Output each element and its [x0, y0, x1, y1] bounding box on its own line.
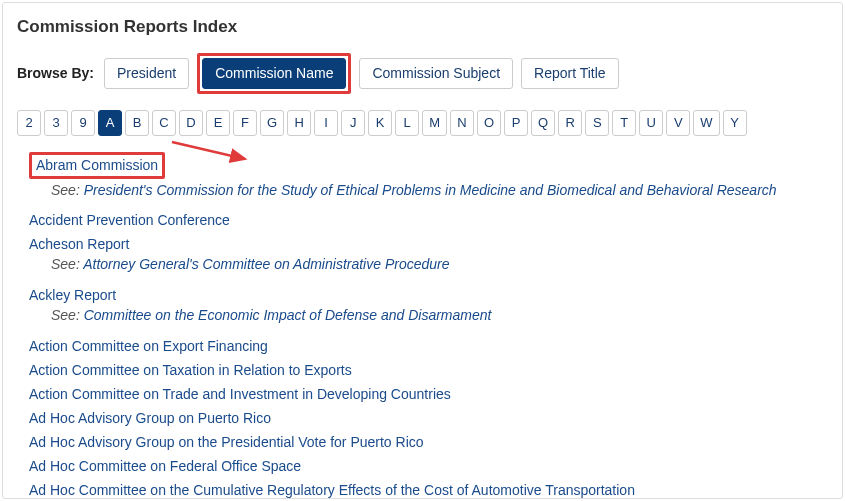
- alpha-btn-c[interactable]: C: [152, 110, 176, 136]
- entry-link[interactable]: Ad Hoc Committee on the Cumulative Regul…: [29, 482, 635, 498]
- alpha-btn-j[interactable]: J: [341, 110, 365, 136]
- entry-link[interactable]: Accident Prevention Conference: [29, 212, 230, 228]
- reports-index-panel: Commission Reports Index Browse By: Pres…: [2, 2, 843, 499]
- alpha-btn-g[interactable]: G: [260, 110, 284, 136]
- entry: Action Committee on Export Financing: [29, 336, 828, 357]
- alpha-btn-m[interactable]: M: [422, 110, 447, 136]
- alpha-btn-e[interactable]: E: [206, 110, 230, 136]
- annotation-highlight-tab: Commission Name: [197, 53, 351, 94]
- alpha-btn-b[interactable]: B: [125, 110, 149, 136]
- alpha-btn-h[interactable]: H: [287, 110, 311, 136]
- browse-tabs: PresidentCommission NameCommission Subje…: [104, 53, 619, 94]
- alpha-btn-u[interactable]: U: [639, 110, 663, 136]
- alpha-btn-2[interactable]: 2: [17, 110, 41, 136]
- entry-link[interactable]: Action Committee on Export Financing: [29, 338, 268, 354]
- entry-link[interactable]: Ad Hoc Committee on Federal Office Space: [29, 458, 301, 474]
- entry: Action Committee on Taxation in Relation…: [29, 360, 828, 381]
- entry: Ad Hoc Committee on the Cumulative Regul…: [29, 480, 828, 501]
- browse-tab-commission-subject[interactable]: Commission Subject: [359, 58, 513, 89]
- alpha-btn-q[interactable]: Q: [531, 110, 555, 136]
- alpha-btn-p[interactable]: P: [504, 110, 528, 136]
- see-target[interactable]: Attorney General's Committee on Administ…: [83, 256, 449, 272]
- see-label: See:: [51, 182, 84, 198]
- alpha-btn-y[interactable]: Y: [723, 110, 747, 136]
- alpha-btn-9[interactable]: 9: [71, 110, 95, 136]
- alpha-index-row: 239ABCDEFGHIJKLMNOPQRSTUVWY: [17, 110, 828, 136]
- entry: Action Committee on Trade and Investment…: [29, 384, 828, 405]
- alpha-btn-a[interactable]: A: [98, 110, 122, 136]
- alpha-btn-3[interactable]: 3: [44, 110, 68, 136]
- see-reference: See: Committee on the Economic Impact of…: [29, 306, 828, 326]
- entry: Ad Hoc Advisory Group on the Presidentia…: [29, 432, 828, 453]
- page-title: Commission Reports Index: [17, 17, 828, 37]
- entry: Ad Hoc Committee on Federal Office Space: [29, 456, 828, 477]
- see-target[interactable]: Committee on the Economic Impact of Defe…: [84, 307, 492, 323]
- see-reference: See: President's Commission for the Stud…: [29, 181, 828, 201]
- see-target[interactable]: President's Commission for the Study of …: [84, 182, 777, 198]
- entry-link[interactable]: Ad Hoc Advisory Group on Puerto Rico: [29, 410, 271, 426]
- entry: Acheson ReportSee: Attorney General's Co…: [29, 234, 828, 275]
- entry-link[interactable]: Action Committee on Trade and Investment…: [29, 386, 451, 402]
- browse-by-row: Browse By: PresidentCommission NameCommi…: [17, 53, 828, 94]
- browse-tab-report-title[interactable]: Report Title: [521, 58, 619, 89]
- alpha-btn-d[interactable]: D: [179, 110, 203, 136]
- annotation-highlight-entry: Abram Commission: [29, 152, 165, 179]
- see-label: See:: [51, 256, 83, 272]
- see-label: See:: [51, 307, 84, 323]
- entry-link[interactable]: Action Committee on Taxation in Relation…: [29, 362, 352, 378]
- browse-tab-commission-name[interactable]: Commission Name: [202, 58, 346, 89]
- entry-link[interactable]: Abram Commission: [36, 157, 158, 173]
- alpha-btn-l[interactable]: L: [395, 110, 419, 136]
- alpha-btn-i[interactable]: I: [314, 110, 338, 136]
- entry: Abram CommissionSee: President's Commiss…: [29, 152, 828, 201]
- entry-link[interactable]: Acheson Report: [29, 236, 129, 252]
- alpha-btn-v[interactable]: V: [666, 110, 690, 136]
- alpha-btn-k[interactable]: K: [368, 110, 392, 136]
- alpha-btn-r[interactable]: R: [558, 110, 582, 136]
- entry: Accident Prevention Conference: [29, 210, 828, 231]
- alpha-btn-n[interactable]: N: [450, 110, 474, 136]
- alpha-btn-f[interactable]: F: [233, 110, 257, 136]
- entry-link[interactable]: Ad Hoc Advisory Group on the Presidentia…: [29, 434, 424, 450]
- alpha-btn-o[interactable]: O: [477, 110, 501, 136]
- alpha-btn-s[interactable]: S: [585, 110, 609, 136]
- see-reference: See: Attorney General's Committee on Adm…: [29, 255, 828, 275]
- entry: Ackley ReportSee: Committee on the Econo…: [29, 285, 828, 326]
- entry: Ad Hoc Advisory Group on Puerto Rico: [29, 408, 828, 429]
- alpha-btn-t[interactable]: T: [612, 110, 636, 136]
- browse-by-label: Browse By:: [17, 65, 94, 81]
- entries-list: Abram CommissionSee: President's Commiss…: [17, 152, 828, 501]
- alpha-btn-w[interactable]: W: [693, 110, 719, 136]
- browse-tab-president[interactable]: President: [104, 58, 189, 89]
- entry-link[interactable]: Ackley Report: [29, 287, 116, 303]
